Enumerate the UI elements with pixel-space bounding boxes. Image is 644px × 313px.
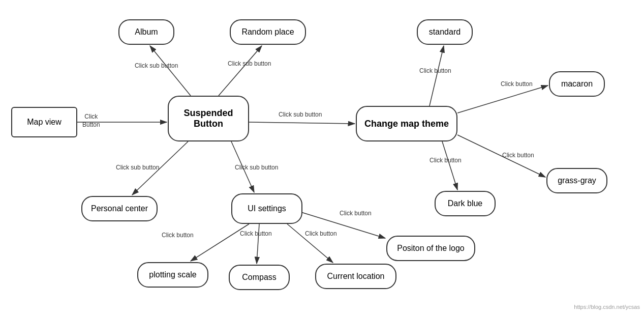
macaron-label: macaron	[561, 79, 593, 89]
change-map-theme-node: Change map theme	[356, 106, 457, 141]
current-location-label: Current location	[327, 272, 385, 281]
edge-label-change-standard: Click button	[419, 67, 451, 75]
current-location-node: Current location	[315, 264, 396, 289]
edge-label-suspended-ui: Click sub button	[235, 164, 278, 172]
svg-line-6	[249, 122, 355, 124]
random-place-node: Random place	[230, 19, 306, 45]
compass-label: Compass	[242, 273, 277, 282]
ui-settings-node: UI settings	[231, 193, 302, 224]
svg-line-9	[442, 141, 457, 190]
svg-line-3	[219, 46, 262, 96]
standard-label: standard	[429, 27, 461, 37]
edge-label-ui-plotting: Click button	[162, 232, 194, 240]
edge-label-ui-position: Click button	[340, 210, 372, 218]
edge-label-ui-current: Click button	[305, 230, 337, 238]
svg-line-11	[191, 224, 249, 261]
edge-label-change-macaron: Click button	[501, 80, 533, 89]
dark-blue-node: Dark blue	[435, 191, 496, 216]
position-logo-node: Positon of the logo	[386, 236, 475, 261]
suspended-button-node: Suspended Button	[168, 96, 249, 141]
edge-label-map-suspended: Click Button	[82, 113, 100, 129]
edge-label-suspended-album: Click sub button	[135, 62, 178, 70]
edge-label-ui-compass: Click button	[240, 230, 272, 238]
plotting-scale-node: plotting scale	[137, 262, 208, 288]
position-logo-label: Positon of the logo	[397, 244, 465, 253]
standard-node: standard	[417, 19, 473, 45]
grass-gray-label: grass-gray	[558, 176, 596, 185]
album-node: Album	[118, 19, 174, 45]
map-view-label: Map view	[27, 118, 62, 127]
svg-line-8	[457, 86, 548, 113]
dark-blue-label: Dark blue	[448, 199, 482, 208]
album-label: Album	[135, 27, 158, 37]
macaron-node: macaron	[549, 71, 605, 97]
svg-line-2	[150, 46, 191, 96]
svg-line-7	[430, 46, 444, 106]
edge-label-suspended-personal: Click sub button	[116, 164, 159, 172]
edge-label-change-darkblue: Click button	[430, 157, 462, 165]
watermark: https://blog.csdn.net/ycsas	[574, 304, 640, 310]
plotting-scale-label: plotting scale	[149, 270, 196, 279]
edge-label-change-grassgray: Click button	[502, 152, 534, 160]
personal-center-node: Personal center	[81, 196, 158, 221]
ui-settings-label: UI settings	[248, 204, 286, 213]
edge-label-suspended-change: Click sub button	[279, 111, 322, 119]
personal-center-label: Personal center	[91, 204, 148, 213]
edge-label-suspended-random: Click sub button	[228, 60, 271, 68]
suspended-button-label: Suspended Button	[183, 108, 233, 129]
grass-gray-node: grass-gray	[546, 168, 607, 193]
random-place-label: Random place	[241, 27, 294, 37]
change-map-theme-label: Change map theme	[364, 119, 449, 129]
map-view-node: Map view	[11, 107, 77, 137]
compass-node: Compass	[229, 265, 290, 290]
